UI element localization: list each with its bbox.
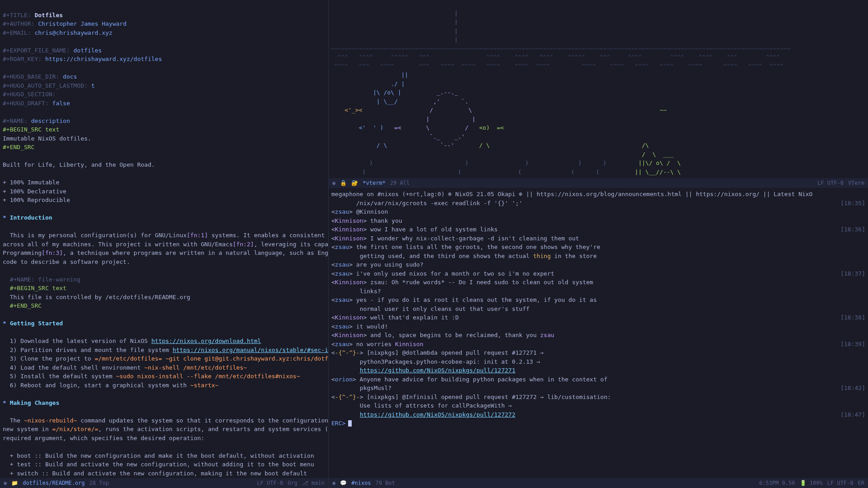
bullet-1: + 100% Immutable: [3, 179, 59, 186]
modeline-enc: LF UTF-8: [827, 479, 854, 487]
heading-getting[interactable]: Getting Started: [10, 320, 63, 327]
modeline-clock: 6:53PM 0.50: [759, 479, 795, 487]
battery-icon: 🔋: [800, 479, 807, 487]
modeline-battery: 100%: [810, 480, 823, 486]
meta-hbase: docs: [63, 73, 77, 80]
irc-buffer[interactable]: megaphone on #nixos (+nrt,lag:0) ❄ NixOS…: [329, 188, 868, 478]
irc-line: <Kinnison> zsau: Oh *rude words* -- Do I…: [331, 278, 865, 287]
intro-p1a: This is my personal configuration(s) for…: [10, 232, 187, 239]
org-buffer-pane: #+TITLE: Dotfiles #+AUTHOR: Christopher …: [0, 0, 329, 488]
footnote-3[interactable]: [fn:3]: [42, 249, 63, 256]
timestamp: [18:39]: [840, 340, 865, 349]
vterm-modeline: ● 🔒 🔐 *vterm* 29 All LF UTF-8 VTerm: [329, 178, 868, 188]
modeline-pos: 29 All: [390, 179, 410, 187]
irc-nick[interactable]: zsau: [335, 270, 349, 277]
irc-nick[interactable]: Kinnison: [335, 217, 363, 224]
irc-nick[interactable]: zsau: [335, 323, 349, 330]
irc-nick[interactable]: Kinnison: [335, 235, 363, 242]
irc-line: pkgsMusl?[18:42]: [331, 384, 865, 393]
circle-icon: ●: [4, 479, 7, 487]
irc-nick[interactable]: zsau: [335, 208, 349, 215]
irc-nick[interactable]: zsau: [335, 244, 349, 250]
step-3-path: =/mnt/etc/dotfiles=: [95, 355, 162, 362]
modeline-pos: 28 Top: [90, 479, 109, 487]
vterm-buffer[interactable]: | | | | ~~~~~~~~~~~~~~~~~~~~~~~~~~~~~~~~…: [329, 0, 868, 178]
heading-making[interactable]: Making Changes: [10, 399, 60, 406]
modeline-mode: VTerm: [848, 179, 864, 187]
step-2: 2) Partition drives and mount the file s…: [10, 347, 173, 353]
irc-prompt[interactable]: ERC>: [331, 419, 865, 428]
meta-name-key: #+NAME:: [3, 117, 28, 124]
modeline-buffer[interactable]: *vterm*: [363, 179, 386, 187]
step-4-cmd: ~nix-shell /mnt/etc/dotfiles~: [144, 364, 247, 371]
irc-line: <zsau> i've only used nixos for a month …: [331, 269, 865, 278]
irc-line: Use lists of attrsets for callPackageWit…: [331, 401, 865, 410]
modeline-branch[interactable]: main: [311, 480, 325, 486]
irc-nick[interactable]: Kinnison: [335, 226, 363, 233]
irc-line: https://github.com/NixOS/nixpkgs/pull/12…: [331, 410, 865, 419]
right-pane: | | | | ~~~~~~~~~~~~~~~~~~~~~~~~~~~~~~~~…: [329, 0, 868, 488]
timestamp: [18:37]: [840, 269, 865, 278]
org-modeline: ● 📁 dotfiles/README.org 28 Top LF UTF-8 …: [0, 478, 328, 488]
irc-nick[interactable]: orion: [335, 376, 353, 383]
step-4: 4) Load the default shell environment: [10, 364, 144, 371]
meta-roam: https://chrishayward.xyz/dotfiles: [45, 56, 162, 62]
meta-hlast-key: #+HUGO_AUTO_SET_LASTMOD:: [3, 82, 88, 89]
meta-export: dotfiles: [74, 47, 102, 54]
meta-hdraft-key: #+HUGO_DRAFT:: [3, 100, 49, 107]
timestamp: [18:35]: [840, 199, 865, 208]
org-buffer-body[interactable]: #+TITLE: Dotfiles #+AUTHOR: Christopher …: [0, 0, 328, 478]
irc-line: <-{^-^}-> [nixpkgs] @dotlambda opened pu…: [331, 348, 865, 357]
branch-icon: ⎇: [302, 479, 308, 487]
step-5-cmd: ~sudo nixos-install --flake /mnt/etc/dot…: [116, 373, 300, 380]
nixos-icon: ❄: [519, 190, 523, 199]
irc-nick[interactable]: zsau: [335, 341, 349, 347]
meta-hlast: t: [91, 82, 95, 89]
irc-line: <-{^-^}-> [nixpkgs] @Infinisil opened pu…: [331, 393, 865, 402]
step-6-cmd: ~startx~: [190, 382, 219, 389]
ascii-art: | | | | ~~~~~~~~~~~~~~~~~~~~~~~~~~~~~~~~…: [330, 9, 866, 178]
folder-icon: 📁: [11, 479, 18, 487]
irc-line: <zsau> it would!: [331, 322, 865, 331]
blk-body: This file is controlled by /etc/dotfiles…: [10, 294, 190, 300]
prompt-label: ERC>: [331, 419, 345, 428]
irc-line: <Kinnison> I wonder why nix-collect-garb…: [331, 234, 865, 243]
meta-name: description: [31, 117, 70, 124]
link-nixos-download[interactable]: https://nixos.org/download.html: [151, 338, 261, 344]
timestamp: [18:47]: [840, 410, 865, 419]
heading-intro[interactable]: Introduction: [10, 214, 52, 221]
modeline-channel[interactable]: #nixos: [351, 479, 371, 487]
irc-link[interactable]: https://github.com/NixOS/nixpkgs/pull/12…: [360, 367, 515, 374]
irc-line: normal user it only cleans out that user…: [331, 305, 865, 314]
irc-line: <zsau> yes - if you do it as root it cle…: [331, 296, 865, 305]
modeline-mode: ER: [858, 479, 864, 487]
meta-author-key: #+AUTHOR:: [3, 20, 34, 27]
irc-nick[interactable]: -{^-^}-: [335, 349, 360, 356]
link-nixos-manual[interactable]: https://nixos.org/manual/nixos/stable/#s…: [173, 347, 328, 353]
irc-link[interactable]: https://github.com/NixOS/nixpkgs/pull/12…: [360, 411, 515, 418]
irc-nick[interactable]: zsau: [335, 296, 349, 303]
step-6: 6) Reboot and login, start a graphical s…: [10, 382, 190, 389]
chat-icon: 💬: [340, 479, 347, 487]
irc-nick[interactable]: Kinnison: [335, 314, 363, 321]
mk-i2: + test :: Build and activate the new con…: [10, 461, 314, 468]
meta-hdraft: false: [52, 100, 70, 107]
modeline-enc: LF UTF-8: [817, 179, 844, 187]
irc-nick[interactable]: zsau: [335, 261, 349, 268]
irc-line: python3Packages.python-ecobee-api: init …: [331, 357, 865, 366]
modeline-pos: 79 Bot: [376, 479, 395, 487]
irc-nick[interactable]: -{^-^}-: [335, 394, 360, 400]
footnote-1[interactable]: [fn:1]: [187, 232, 208, 239]
modeline-enc: LF UTF-8: [257, 479, 283, 487]
irc-nick[interactable]: Kinnison: [335, 279, 363, 286]
step-3: 3) Clone the project to: [10, 355, 95, 362]
meta-hbase-key: #+HUGO_BASE_DIR:: [3, 73, 59, 80]
circle-icon: ●: [332, 179, 335, 187]
blk-end: #+END_SRC: [10, 302, 42, 309]
modeline-file[interactable]: dotfiles/README.org: [23, 479, 85, 487]
meta-title-key: #+TITLE:: [3, 12, 31, 19]
irc-nick[interactable]: Kinnison: [335, 332, 363, 338]
lock-icon: 🔐: [351, 179, 358, 187]
irc-line: https://github.com/NixOS/nixpkgs/pull/12…: [331, 366, 865, 375]
footnote-2[interactable]: [fn:2]: [233, 241, 254, 248]
